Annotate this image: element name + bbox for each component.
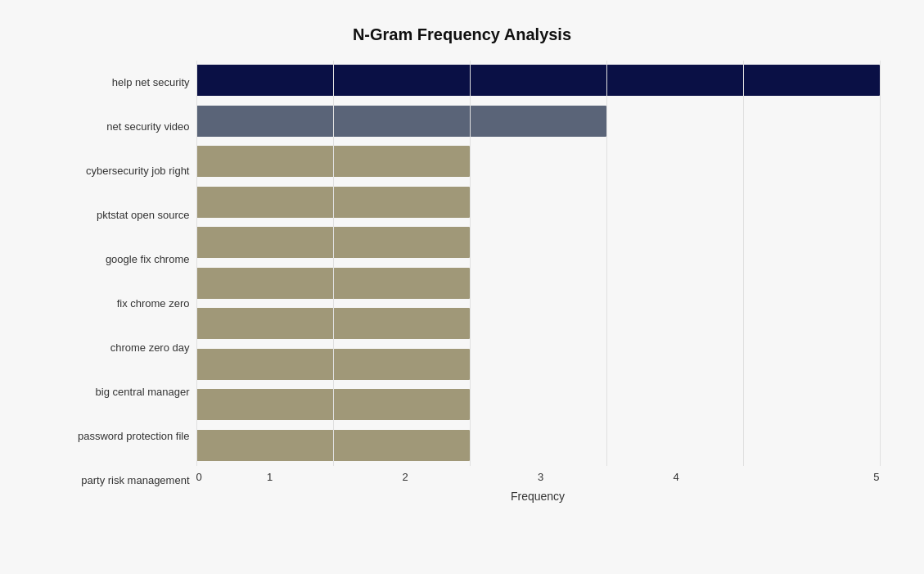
bar xyxy=(196,268,470,299)
y-label: big central manager xyxy=(96,386,190,397)
bar-row xyxy=(196,265,880,301)
bar-row xyxy=(196,346,880,382)
bar xyxy=(196,106,606,137)
bar xyxy=(196,65,880,96)
x-tick: 1 xyxy=(202,471,338,483)
bar xyxy=(196,187,470,218)
x-tick: 5 xyxy=(744,471,880,483)
bar-row xyxy=(196,103,880,139)
x-axis-ticks: 012345 xyxy=(196,466,880,483)
y-label: party risk management xyxy=(81,475,189,486)
chart-area: help net securitynet security videocyber… xyxy=(45,61,880,503)
bar-row xyxy=(196,386,880,423)
x-tick: 4 xyxy=(608,471,744,483)
y-axis: help net securitynet security videocyber… xyxy=(45,61,196,503)
bar-row xyxy=(196,184,880,220)
bar-row xyxy=(196,305,880,341)
x-axis-label: Frequency xyxy=(196,490,880,503)
bar xyxy=(196,349,470,380)
bar-row xyxy=(196,62,880,98)
y-label: cybersecurity job right xyxy=(86,165,189,176)
bar xyxy=(196,430,470,461)
bar-row xyxy=(196,224,880,260)
x-tick: 3 xyxy=(473,471,609,483)
y-label: help net security xyxy=(112,77,190,88)
y-label: google fix chrome xyxy=(106,254,190,264)
bars-wrapper xyxy=(196,61,880,466)
bar-row xyxy=(196,143,880,179)
bar xyxy=(196,308,470,339)
bar xyxy=(196,146,470,177)
bar-row xyxy=(196,427,880,463)
plot-area: 012345 Frequency xyxy=(196,61,880,503)
bar xyxy=(196,227,470,258)
chart-container: N-Gram Frequency Analysis help net secur… xyxy=(20,9,904,566)
x-tick: 0 xyxy=(196,471,202,483)
grid-line xyxy=(880,61,881,466)
y-label: net security video xyxy=(106,121,189,132)
y-label: chrome zero day xyxy=(110,342,190,353)
chart-title: N-Gram Frequency Analysis xyxy=(45,25,880,44)
y-label: fix chrome zero xyxy=(117,298,190,309)
x-tick: 2 xyxy=(337,471,473,483)
bar xyxy=(196,389,470,420)
y-label: password protection file xyxy=(78,431,190,441)
y-label: pktstat open source xyxy=(97,210,189,220)
